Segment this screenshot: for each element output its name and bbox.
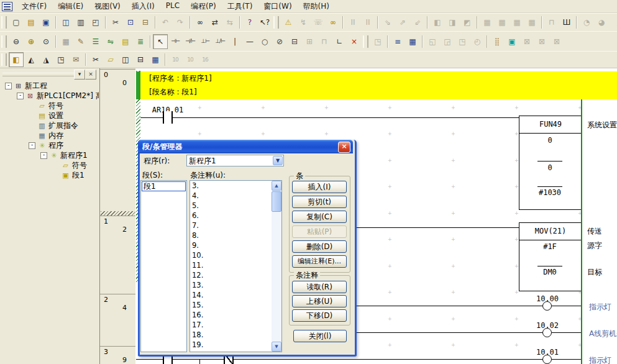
menu-item[interactable]: 编辑(E)	[52, 1, 89, 12]
combobox-dropdown-icon[interactable]: ▼	[273, 156, 283, 165]
tree-item-project[interactable]: - ⊞ 新工程	[0, 81, 99, 91]
zoom-shrink-button[interactable]: ⊖	[9, 34, 24, 49]
differential-monitor-button[interactable]: ⊓	[544, 15, 559, 30]
watch-window-button[interactable]: ▣	[505, 34, 519, 49]
scrollbar-thumb[interactable]	[272, 191, 281, 212]
monitor-decimal-button[interactable]: 10	[168, 52, 183, 67]
comment-list-item[interactable]: 13.	[190, 280, 271, 290]
menu-item[interactable]: 插入(I)	[126, 1, 160, 12]
address-reference-button[interactable]: ◳	[53, 52, 68, 67]
compare-with-plc-button[interactable]: ⇙	[410, 15, 425, 30]
scroll-up-icon[interactable]: ▲	[272, 181, 281, 191]
section-list-item[interactable]: 段1	[142, 181, 186, 191]
new-coil-button[interactable]: ○	[257, 34, 272, 49]
time-chart-monitor-button[interactable]: Ш	[559, 15, 574, 30]
program-mode-button[interactable]: II	[345, 15, 360, 30]
monitor-online-button[interactable]: ∞	[326, 15, 340, 30]
remove-symbol-button[interactable]: ◴	[470, 34, 485, 49]
comment-list-item[interactable]: 10.	[190, 250, 271, 260]
coil-10-00[interactable]	[542, 301, 552, 311]
workspace-drag-handle[interactable]	[2, 73, 76, 76]
redo-button[interactable]: ↷	[173, 15, 188, 30]
new-contact-button[interactable]: ⊣⊢	[168, 34, 183, 49]
paste-button[interactable]: ⊟	[138, 15, 153, 30]
comment-list-item[interactable]: 7.	[190, 221, 271, 230]
select-mode-button[interactable]: ↖	[153, 34, 168, 49]
mov-instruction-block[interactable]: MOV(21) #1F DM0	[519, 222, 582, 291]
edit-comment-button[interactable]: 编辑注释(E)...	[292, 255, 347, 268]
delete-rung-button[interactable]: 删除(D)	[292, 240, 347, 253]
new-closed-contact-button[interactable]: ⊣/⊢	[183, 34, 198, 49]
scroll-down-icon[interactable]: ▼	[272, 342, 281, 352]
menu-item[interactable]: 窗口(W)	[258, 1, 297, 12]
toggle-project-workspace-button[interactable]: ◧	[9, 52, 24, 67]
cut-rung-button[interactable]: 剪切(t)	[292, 196, 347, 208]
new-differential-instruction-button[interactable]: ⊓	[317, 34, 332, 49]
delete-symbol-button[interactable]: ◲	[440, 34, 455, 49]
profile-monitor-button[interactable]: ◕	[594, 15, 609, 30]
menu-item[interactable]: 视图(V)	[89, 1, 126, 12]
new-closed-instruction-button[interactable]: ⊞	[302, 34, 317, 49]
cut-button[interactable]: ✂	[108, 15, 123, 30]
monitor-window-1-button[interactable]: ▦	[480, 15, 495, 30]
copy-button[interactable]: ⊡	[123, 15, 138, 30]
compile-program-button[interactable]: ◫	[58, 15, 73, 30]
cycle-time-button[interactable]: ◔	[579, 15, 594, 30]
print-button[interactable]: ▥	[73, 15, 88, 30]
tree-expander-icon[interactable]: -	[17, 93, 24, 99]
fun49-operand-2[interactable]: 0	[519, 163, 580, 172]
tree-item-memory[interactable]: - ▦ 内存	[0, 130, 99, 140]
monitor-signed-decimal-button[interactable]: 10	[183, 52, 198, 67]
rung-number-0[interactable]: 0	[104, 71, 108, 79]
io-table-button[interactable]: ◫	[118, 52, 133, 67]
tree-item-section1[interactable]: - ▣ 段1	[0, 170, 99, 180]
context-help-button[interactable]: ↖?	[257, 15, 272, 30]
comment-list-item[interactable]: 12.	[190, 270, 271, 280]
tree-expander-icon[interactable]: -	[29, 142, 35, 149]
rung-wrap-button[interactable]: ⇋	[103, 34, 118, 49]
contact-ar10-01[interactable]	[163, 111, 173, 124]
dialog-close-button[interactable]: ×	[338, 142, 350, 153]
find-next-button[interactable]: ⇆	[222, 15, 237, 30]
monitor-window-2-button[interactable]: ▦	[495, 15, 510, 30]
memory-window-button[interactable]: ▦	[148, 52, 163, 67]
monitor-window-3-button[interactable]: ▦	[510, 15, 524, 30]
new-vertical-line-button[interactable]: |	[227, 34, 242, 49]
read-button[interactable]: 读取(R)	[292, 281, 347, 293]
symbol-table-button[interactable]: ≡	[390, 34, 405, 49]
section-manager-button[interactable]: ▱	[103, 52, 118, 67]
monitor-window-4-button[interactable]: ▦	[524, 15, 539, 30]
zoom-out-button[interactable]: ⊙	[39, 34, 53, 49]
new-horizontal-line-button[interactable]: —	[242, 34, 257, 49]
print-preview-button[interactable]: ◰	[88, 15, 103, 30]
coil-10-02[interactable]	[542, 328, 552, 337]
open-project-button[interactable]: ▤	[24, 15, 39, 30]
tree-item-expansion-instructions[interactable]: - ▥ 扩展指令	[0, 121, 99, 130]
transfer-to-plc-button[interactable]: ⇘	[380, 15, 395, 30]
new-instruction-button[interactable]: ⊟	[287, 34, 302, 49]
section-cut-button[interactable]: ✂	[88, 52, 103, 67]
output-window-1-button[interactable]: ⊠	[519, 34, 534, 49]
tree-item-plc-symbols[interactable]: - ▱ 符号	[0, 101, 99, 111]
output-window-3-button[interactable]: ⊠	[549, 34, 564, 49]
undo-button[interactable]: ↶	[158, 15, 173, 30]
fun49-operand-1[interactable]: 0	[519, 136, 580, 145]
tree-item-plc[interactable]: - ⊠ 新PLC1[CPM2*] 离线	[0, 91, 99, 101]
coil-10-01[interactable]	[542, 355, 552, 364]
rung-comment-listbox[interactable]: 3.4.5.6.7.8.9.10.11.12.13.14.15.16.17.18…	[190, 180, 282, 352]
cross-reference-report-button[interactable]: ◮	[39, 52, 53, 67]
dialog-title-bar[interactable]: 段/条管理器 ×	[138, 140, 353, 153]
online-edit-rung-button[interactable]: ◳	[370, 34, 385, 49]
zoom-in-button[interactable]: ⊕	[24, 34, 39, 49]
rung-annotation-list-button[interactable]: ☰	[88, 34, 103, 49]
send-online-edit-button[interactable]: ◨	[445, 15, 460, 30]
compact-rung-button[interactable]: ≣	[133, 34, 148, 49]
new-or-closed-contact-button[interactable]: ⊥/⊢	[213, 34, 227, 49]
cancel-online-edit-button[interactable]: ◩	[460, 15, 475, 30]
address-reference-tool-button[interactable]: ⣿	[490, 34, 505, 49]
menu-item[interactable]: 文件(F)	[16, 1, 52, 12]
insert-button[interactable]: 插入(I)	[292, 181, 347, 193]
transfer-from-plc-button[interactable]: ⇗	[395, 15, 410, 30]
comment-list-item[interactable]: 8.	[190, 230, 271, 240]
monitor-in-rung-button[interactable]: ▤	[118, 34, 133, 49]
